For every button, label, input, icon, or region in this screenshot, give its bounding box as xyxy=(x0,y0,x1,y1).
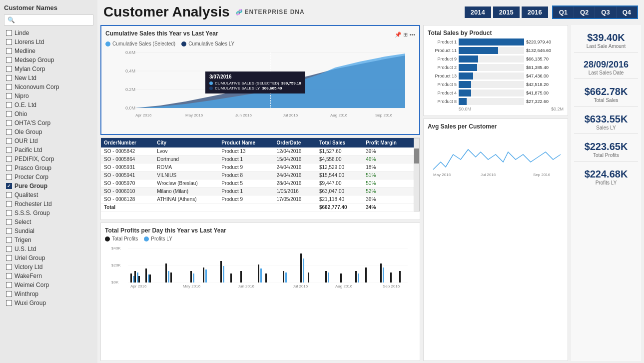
bar-label: Product 4 xyxy=(428,90,457,96)
customer-list-item[interactable]: Prasco Group xyxy=(4,164,93,172)
year-filter-btn[interactable]: 2016 xyxy=(522,6,548,18)
kpi-block: $662.78KTotal Sales xyxy=(574,83,638,106)
customer-list-item[interactable]: Procter Corp xyxy=(4,172,93,182)
customer-name: Procter Corp xyxy=(14,174,48,180)
customer-list-item[interactable]: Victory Ltd xyxy=(4,262,93,272)
customer-list-item[interactable]: S.S.S. Group xyxy=(4,208,93,218)
svg-text:Sep 2016: Sep 2016 xyxy=(383,284,400,288)
customer-list-item[interactable]: Niconovum Corp xyxy=(4,82,93,92)
customer-checkbox[interactable] xyxy=(6,228,12,234)
customer-list-item[interactable]: Medsep Group xyxy=(4,56,93,64)
customer-checkbox[interactable] xyxy=(6,264,12,270)
customer-name: Nipro xyxy=(14,92,29,100)
customer-checkbox[interactable] xyxy=(6,93,12,99)
table-row[interactable]: SO - 0005941VILNIUSProduct 824/04/2016$1… xyxy=(101,172,414,180)
customer-checkbox[interactable] xyxy=(6,255,12,261)
table-cell: SO - 0005864 xyxy=(101,156,154,164)
customer-checkbox[interactable] xyxy=(6,237,12,243)
table-cell: Product 1 xyxy=(218,156,273,164)
table-header-cell: City xyxy=(154,138,218,148)
customer-checkbox[interactable] xyxy=(6,300,12,306)
customer-checkbox[interactable] xyxy=(6,156,12,162)
customer-checkbox[interactable] xyxy=(6,75,12,81)
customer-list-item[interactable]: Ohio xyxy=(4,110,93,118)
customer-checkbox[interactable] xyxy=(6,246,12,252)
customer-list-item[interactable]: Qualitest xyxy=(4,190,93,200)
legend-dot-ly xyxy=(181,42,186,46)
table-row[interactable]: SO - 0005864DortmundProduct 115/04/2016$… xyxy=(101,156,414,164)
customer-checkbox[interactable] xyxy=(6,111,12,117)
customer-list-item[interactable]: Mylan Corp xyxy=(4,64,93,74)
customer-checkbox[interactable] xyxy=(6,219,12,225)
customer-list-item[interactable]: New Ltd xyxy=(4,74,93,82)
table-scrollbar[interactable] xyxy=(414,138,420,212)
table-row[interactable]: SO - 0005842LvovProduct 1312/04/2016$1,5… xyxy=(101,148,414,156)
customer-list-item[interactable]: WakeFern xyxy=(4,272,93,280)
customer-checkbox[interactable] xyxy=(6,30,12,36)
customer-list-item[interactable]: Sundial xyxy=(4,226,93,236)
year-filter-btn[interactable]: 2015 xyxy=(493,6,520,18)
customer-checkbox[interactable]: ✓ xyxy=(6,183,12,189)
customer-list-item[interactable]: OUR Ltd xyxy=(4,136,93,146)
customer-name: Uriel Group xyxy=(14,254,45,262)
quarter-filter-btn[interactable]: Q4 xyxy=(617,6,637,18)
customer-checkbox[interactable] xyxy=(6,138,12,144)
expand-icon[interactable]: ⊞ xyxy=(403,32,408,38)
customer-checkbox[interactable] xyxy=(6,39,12,45)
customer-checkbox[interactable] xyxy=(6,102,12,108)
customer-list-item[interactable]: Weimei Corp xyxy=(4,280,93,290)
customer-list-item[interactable]: Rochester Ltd xyxy=(4,200,93,208)
customer-checkbox[interactable] xyxy=(6,210,12,216)
customer-checkbox[interactable] xyxy=(6,192,12,198)
quarter-filter-btn[interactable]: Q1 xyxy=(553,6,574,18)
more-icon[interactable]: ••• xyxy=(409,32,415,38)
customer-list-item[interactable]: OHTA'S Corp xyxy=(4,118,93,128)
customer-list-item[interactable]: Winthrop xyxy=(4,290,93,298)
bar-label: Product 11 xyxy=(428,48,457,53)
table-row[interactable]: SO - 0005931ROMAProduct 924/04/2016$12,5… xyxy=(101,164,414,172)
customer-checkbox[interactable] xyxy=(6,120,12,126)
customer-list-item[interactable]: Llorens Ltd xyxy=(4,38,93,46)
table-cell: ROMA xyxy=(154,164,218,172)
customer-checkbox[interactable] xyxy=(6,273,12,279)
customer-checkbox[interactable] xyxy=(6,66,12,72)
customer-list-item[interactable]: Ole Group xyxy=(4,128,93,136)
pin-icon[interactable]: 📌 xyxy=(395,32,402,38)
year-filter-btn[interactable]: 2014 xyxy=(465,6,491,18)
customer-list-item[interactable]: O.E. Ltd xyxy=(4,100,93,110)
customer-checkbox[interactable] xyxy=(6,48,12,54)
customer-checkbox[interactable] xyxy=(6,282,12,288)
customer-list-item[interactable]: Pacific Ltd xyxy=(4,146,93,154)
svg-rect-53 xyxy=(223,266,224,282)
customer-list-item[interactable]: Uriel Group xyxy=(4,254,93,262)
svg-rect-36 xyxy=(265,274,267,282)
search-input[interactable] xyxy=(15,17,90,23)
customer-checkbox[interactable] xyxy=(6,147,12,153)
svg-rect-24 xyxy=(134,271,136,282)
quarter-filter-btn[interactable]: Q3 xyxy=(595,6,616,18)
customer-checkbox[interactable] xyxy=(6,57,12,63)
customer-checkbox[interactable] xyxy=(6,291,12,297)
customer-list-item[interactable]: PEDIFIX, Corp xyxy=(4,154,93,164)
table-row[interactable]: SO - 0005970Wroclaw (Breslau)Product 528… xyxy=(101,180,414,188)
customer-checkbox[interactable] xyxy=(6,165,12,171)
customer-list-item[interactable]: Linde xyxy=(4,28,93,38)
search-box[interactable]: 🔍 xyxy=(4,14,93,26)
quarter-filter-btn[interactable]: Q2 xyxy=(574,6,595,18)
customer-checkbox[interactable] xyxy=(6,174,12,180)
customer-checkbox[interactable] xyxy=(6,129,12,135)
kpi-value: $633.55K xyxy=(574,114,638,125)
customer-list-item[interactable]: Wuxi Group xyxy=(4,298,93,308)
customer-list-item[interactable]: Medline xyxy=(4,46,93,56)
customer-list-item[interactable]: Nipro xyxy=(4,92,93,100)
customer-checkbox[interactable] xyxy=(6,84,12,90)
customer-list-item[interactable]: U.S. Ltd xyxy=(4,244,93,254)
customer-checkbox[interactable] xyxy=(6,201,12,207)
table-row[interactable]: SO - 0006010Milano (Milan)Product 11/05/… xyxy=(101,188,414,196)
customer-list-item[interactable]: ✓Pure Group xyxy=(4,182,93,190)
customer-list-item[interactable]: Trigen xyxy=(4,236,93,244)
table-row[interactable]: SO - 0006128ATHINAI (Athens)Product 917/… xyxy=(101,196,414,204)
scrollbar-thumb[interactable] xyxy=(414,148,419,164)
customer-list-item[interactable]: Select xyxy=(4,218,93,226)
table-cell: SO - 0005842 xyxy=(101,148,154,156)
